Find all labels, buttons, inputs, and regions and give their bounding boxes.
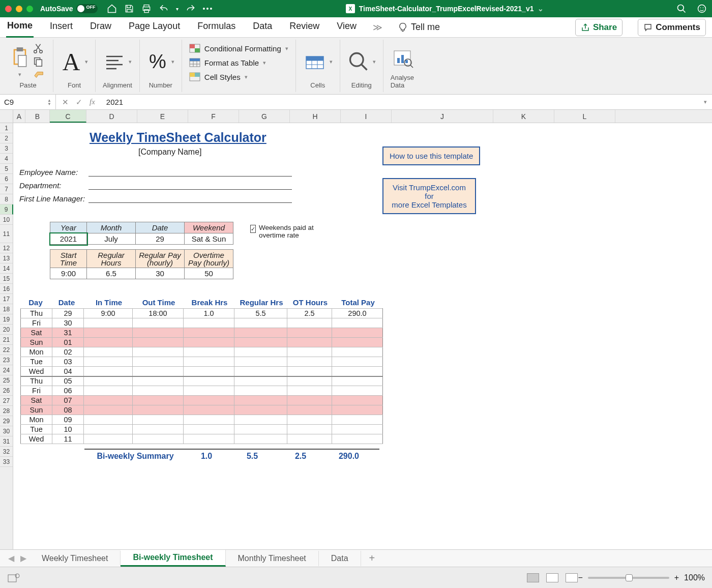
- cell[interactable]: [287, 357, 332, 367]
- cell[interactable]: [332, 338, 383, 347]
- manager-input-line[interactable]: [88, 202, 292, 203]
- cell[interactable]: 06: [52, 386, 84, 396]
- cell[interactable]: [184, 425, 234, 434]
- cell[interactable]: [84, 357, 133, 367]
- table-row[interactable]: Sat31: [21, 328, 383, 338]
- cell[interactable]: [184, 357, 234, 367]
- cell[interactable]: [287, 328, 332, 338]
- cell[interactable]: 9:00: [84, 309, 133, 318]
- expand-icon[interactable]: ▾: [704, 99, 712, 105]
- cell[interactable]: 5.5: [234, 309, 287, 318]
- sheet-nav-prev-icon[interactable]: ◀: [5, 553, 17, 563]
- formula-input[interactable]: 2021: [101, 98, 704, 106]
- cell[interactable]: [184, 338, 234, 347]
- chevron-down-icon[interactable]: ▾: [18, 71, 21, 78]
- cell[interactable]: [332, 405, 383, 415]
- table-row[interactable]: Thu299:0018:001.05.52.5290.0: [21, 309, 383, 318]
- row-header[interactable]: 2: [0, 133, 13, 143]
- macro-record-icon[interactable]: [7, 573, 20, 583]
- row-header[interactable]: 31: [0, 436, 13, 447]
- cell[interactable]: [84, 405, 133, 415]
- table-row[interactable]: Mon02: [21, 347, 383, 357]
- cell[interactable]: Sun: [21, 405, 52, 415]
- cell[interactable]: 31: [52, 328, 84, 338]
- chevron-down-icon[interactable]: ⌄: [538, 5, 544, 13]
- cell[interactable]: 11: [52, 434, 84, 444]
- select-all-corner[interactable]: [0, 110, 13, 123]
- enter-icon[interactable]: ✓: [76, 98, 82, 107]
- cell[interactable]: Tue: [21, 425, 52, 434]
- fullscreen-icon[interactable]: [26, 6, 33, 12]
- row-header[interactable]: 23: [0, 355, 13, 365]
- cell[interactable]: [84, 376, 133, 386]
- analyse-icon[interactable]: [391, 47, 413, 69]
- row-header[interactable]: 7: [0, 184, 13, 194]
- home-icon[interactable]: [107, 4, 117, 14]
- cell[interactable]: [184, 415, 234, 425]
- regular-hours-cell[interactable]: 6.5: [87, 268, 136, 279]
- row-header[interactable]: 14: [0, 263, 13, 274]
- cell[interactable]: [234, 386, 287, 396]
- cell[interactable]: [84, 338, 133, 347]
- cell[interactable]: [133, 318, 184, 328]
- cell[interactable]: Fri: [21, 318, 52, 328]
- cell[interactable]: Wed: [21, 367, 52, 376]
- font-icon[interactable]: A: [61, 51, 82, 72]
- col-header[interactable]: F: [188, 110, 239, 123]
- cell[interactable]: [332, 357, 383, 367]
- cell[interactable]: [332, 415, 383, 425]
- cell[interactable]: [332, 328, 383, 338]
- cell[interactable]: [234, 367, 287, 376]
- row-header[interactable]: 10: [0, 215, 13, 225]
- cell[interactable]: [133, 405, 184, 415]
- chevron-down-icon[interactable]: ▾: [330, 58, 333, 65]
- row-header[interactable]: 16: [0, 284, 13, 294]
- col-header[interactable]: G: [239, 110, 290, 123]
- cell[interactable]: [332, 318, 383, 328]
- cell[interactable]: 02: [52, 347, 84, 357]
- cell[interactable]: [133, 367, 184, 376]
- cell[interactable]: [234, 415, 287, 425]
- row-header[interactable]: 28: [0, 406, 13, 416]
- row-header[interactable]: 33: [0, 457, 13, 467]
- cell[interactable]: 07: [52, 396, 84, 405]
- cell[interactable]: [184, 328, 234, 338]
- print-icon[interactable]: [141, 4, 152, 14]
- table-row[interactable]: Thu05: [21, 376, 383, 386]
- cell[interactable]: Sun: [21, 338, 52, 347]
- row-header[interactable]: 20: [0, 325, 13, 335]
- paste-icon[interactable]: [10, 46, 29, 68]
- name-box[interactable]: C9 ▲▼: [0, 95, 56, 109]
- employee-input-line[interactable]: [88, 176, 292, 177]
- row-header[interactable]: 27: [0, 396, 13, 406]
- copy-icon[interactable]: [33, 56, 44, 67]
- cell[interactable]: [184, 367, 234, 376]
- table-row[interactable]: Wed04: [21, 367, 383, 376]
- trumpexcel-link[interactable]: Visit TrumpExcel.com formore Excel Templ…: [382, 178, 476, 214]
- comments-button[interactable]: Comments: [638, 19, 706, 36]
- cell[interactable]: [184, 318, 234, 328]
- redo-icon[interactable]: [186, 4, 196, 14]
- row-header[interactable]: 17: [0, 294, 13, 304]
- table-row[interactable]: Sun08: [21, 405, 383, 415]
- cell[interactable]: [332, 367, 383, 376]
- table-row[interactable]: Fri30: [21, 318, 383, 328]
- cell[interactable]: [287, 338, 332, 347]
- zoom-level[interactable]: 100%: [684, 573, 705, 582]
- cell[interactable]: [234, 328, 287, 338]
- row-header[interactable]: 12: [0, 243, 13, 253]
- cell[interactable]: [287, 405, 332, 415]
- alignment-icon[interactable]: [103, 52, 126, 71]
- cell[interactable]: [234, 347, 287, 357]
- cell[interactable]: [133, 415, 184, 425]
- weekend-cell[interactable]: Sat & Sun: [185, 233, 233, 245]
- cell[interactable]: [287, 434, 332, 444]
- table-row[interactable]: Tue10: [21, 425, 383, 434]
- weekend-overtime-checkbox[interactable]: ✓ Weekends paid at overtime rate: [250, 224, 316, 239]
- format-painter-icon[interactable]: [33, 69, 46, 80]
- cell[interactable]: [287, 376, 332, 386]
- tell-me[interactable]: Tell me: [398, 22, 440, 33]
- cell[interactable]: 29: [52, 309, 84, 318]
- cell[interactable]: 30: [52, 318, 84, 328]
- date-params-table[interactable]: YearMonthDateWeekend 2021July29Sat & Sun: [50, 222, 233, 245]
